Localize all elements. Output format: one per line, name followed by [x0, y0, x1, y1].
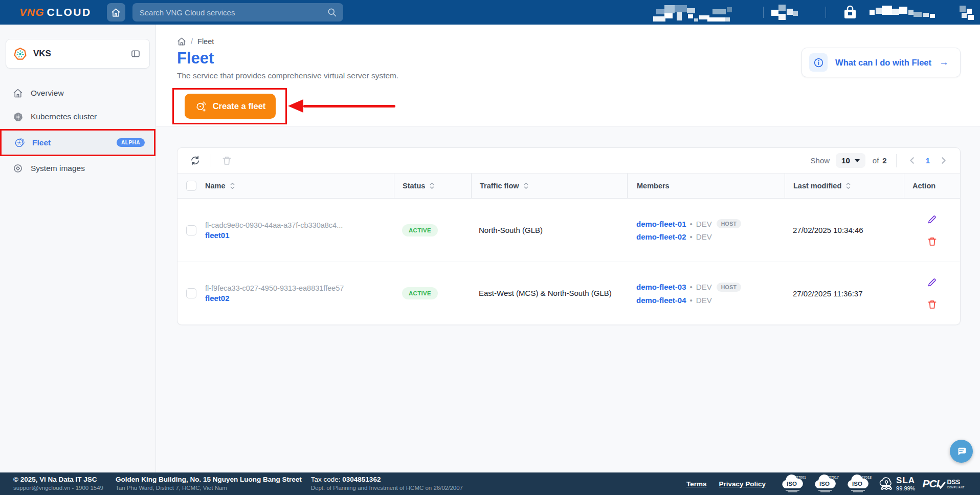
sla-value: 99.99%	[896, 486, 915, 491]
package-button[interactable]	[842, 4, 858, 20]
total-count: 2	[882, 156, 886, 165]
refresh-icon	[190, 155, 201, 166]
member-line: demo-fleet-01 • DEV HOST	[636, 219, 785, 228]
iso-label: ISO	[852, 481, 862, 487]
home-button[interactable]	[107, 3, 125, 21]
edit-button[interactable]	[924, 275, 940, 290]
trash-icon	[221, 155, 232, 166]
create-fleet-button[interactable]: Create a fleet	[185, 94, 276, 119]
name-cell: fl-cadc9e8c-0930-44aa-a37f-cb330a8c4... …	[205, 199, 394, 262]
iso-27017-badge: ISO 27017	[814, 475, 839, 493]
sla-badge: SLA 99.99%	[879, 476, 915, 491]
chevron-left-icon	[908, 156, 917, 165]
breadcrumb-current: Fleet	[197, 37, 214, 46]
table-row: fl-f9feca33-c027-4950-9313-ea8831ffee57 …	[177, 262, 960, 325]
dss-label: DSS	[947, 479, 965, 486]
sort-icon	[523, 182, 529, 190]
column-label: Traffic flow	[480, 182, 519, 190]
next-page-button[interactable]	[937, 154, 950, 167]
delete-button[interactable]	[925, 297, 940, 312]
table-header-row: Name Status Traffic flow Members	[177, 174, 960, 199]
breadcrumb-home-icon[interactable]	[177, 37, 186, 46]
breadcrumb: / Fleet	[177, 25, 980, 46]
iso-27018-badge: ISO 27018	[847, 475, 872, 493]
column-header-action: Action	[904, 174, 960, 198]
table-row: fl-cadc9e8c-0930-44aa-a37f-cb330a8c4... …	[177, 199, 960, 262]
breadcrumb-separator: /	[191, 37, 193, 46]
terms-link[interactable]: Terms	[686, 480, 707, 488]
of-label: of	[873, 156, 879, 165]
column-header-last-modified[interactable]: Last modified	[785, 174, 904, 198]
iso-label: ISO	[819, 481, 830, 487]
member-env: DEV	[696, 232, 712, 241]
privacy-policy-link[interactable]: Privacy Policy	[719, 480, 766, 488]
page-size-select[interactable]: 10	[836, 153, 865, 168]
annotation-box-fleet: Fleet ALPHA	[0, 129, 155, 156]
sidebar-item-kubernetes-cluster[interactable]: Kubernetes cluster	[0, 105, 155, 128]
edit-button[interactable]	[924, 212, 940, 227]
row-checkbox[interactable]	[186, 288, 196, 298]
members-cell: demo-fleet-01 • DEV HOST demo-fleet-02 •…	[627, 199, 785, 262]
table-toolbar: Show 10 of 2 1	[177, 148, 960, 174]
sla-cloud-icon	[879, 477, 894, 491]
prev-page-button[interactable]	[906, 154, 919, 167]
fleet-name-link[interactable]: fleet01	[205, 231, 394, 240]
chat-icon	[956, 446, 967, 457]
member-link[interactable]: demo-fleet-02	[636, 232, 686, 241]
bulk-delete-button[interactable]	[219, 153, 234, 168]
alpha-badge: ALPHA	[117, 138, 145, 147]
fleet-icon	[14, 137, 25, 148]
member-env: DEV	[696, 296, 712, 305]
member-link[interactable]: demo-fleet-03	[636, 283, 686, 291]
bullet-separator: •	[690, 283, 693, 291]
sidebar: VKS Overview	[0, 25, 156, 472]
footer-tax: Tax code: 0304851362 Dept. of Planning a…	[311, 476, 463, 491]
member-link[interactable]: demo-fleet-04	[636, 296, 686, 305]
row-checkbox-cell	[177, 199, 205, 262]
column-header-traffic-flow[interactable]: Traffic flow	[471, 174, 627, 198]
sidebar-item-system-images[interactable]: System images	[0, 157, 155, 180]
topbar-divider	[763, 7, 764, 18]
logo-cloud: CLOUD	[47, 6, 92, 18]
annotation-arrow-head	[288, 99, 303, 113]
row-checkbox[interactable]	[186, 225, 196, 235]
current-page[interactable]: 1	[926, 156, 930, 165]
select-all-checkbox[interactable]	[186, 181, 196, 191]
refresh-button[interactable]	[188, 153, 203, 168]
column-label: Action	[912, 182, 936, 190]
delete-button[interactable]	[925, 234, 940, 249]
vng-cloud-logo[interactable]: VNG CLOUD	[19, 6, 92, 18]
action-cell	[904, 199, 960, 262]
member-link[interactable]: demo-fleet-01	[636, 220, 686, 228]
compliant-label: COMPLIANT	[947, 486, 965, 489]
fleet-id: fl-cadc9e8c-0930-44aa-a37f-cb330a8c4...	[205, 221, 394, 229]
member-line: demo-fleet-04 • DEV	[636, 296, 785, 305]
redacted-user-block	[870, 6, 937, 20]
sidebar-item-fleet[interactable]: Fleet ALPHA	[2, 131, 154, 155]
pagination-divider	[896, 154, 897, 167]
footer: © 2025, Vi Na Data IT JSC support@vngclo…	[0, 472, 980, 495]
annotation-arrow-shaft	[303, 105, 395, 107]
footer-address-line1: Golden King Building, No. 15 Nguyen Luon…	[116, 476, 302, 484]
search-icon	[327, 7, 337, 17]
column-header-name[interactable]: Name	[205, 174, 394, 198]
footer-tax-line: Tax code: 0304851362	[311, 476, 463, 484]
select-all-cell	[177, 174, 205, 198]
tax-code: 0304851362	[342, 476, 381, 483]
help-button-label: What can I do with Fleet	[835, 58, 931, 68]
collapse-sidebar-button[interactable]	[129, 47, 142, 60]
sidebar-item-overview[interactable]: Overview	[0, 82, 155, 104]
footer-links: Terms Privacy Policy	[686, 480, 766, 488]
tax-label: Tax code:	[311, 476, 341, 483]
caret-down-icon	[855, 159, 860, 162]
help-button[interactable]: What can I do with Fleet →	[801, 48, 961, 77]
member-line: demo-fleet-02 • DEV	[636, 232, 785, 241]
sort-icon	[230, 182, 235, 190]
bullet-separator: •	[690, 220, 693, 228]
column-header-status[interactable]: Status	[394, 174, 471, 198]
row-checkbox-cell	[177, 262, 205, 325]
traffic-flow-cell: East-West (MCS) & North-South (GLB)	[471, 262, 627, 325]
fleet-name-link[interactable]: fleet02	[205, 294, 394, 303]
search-input[interactable]	[132, 3, 343, 21]
chat-widget-button[interactable]	[950, 440, 973, 463]
